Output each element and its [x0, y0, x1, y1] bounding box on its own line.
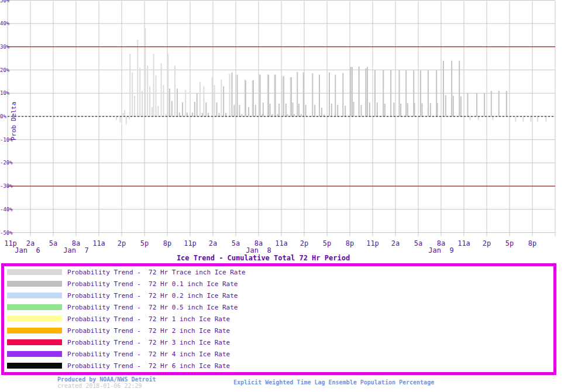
ice-trend-chart: 50%40%30%20%10%0%-10%-20%-30%-40%-50%11p…: [0, 0, 585, 254]
svg-text:Jan 7: Jan 7: [63, 246, 88, 254]
svg-text:11p: 11p: [366, 239, 379, 247]
svg-text:-50%: -50%: [0, 230, 13, 236]
chart-title: Ice Trend - Cumulative Total 72 Hr Perio…: [0, 254, 526, 262]
legend-swatch: [7, 304, 62, 310]
legend-swatch: [7, 339, 62, 345]
svg-text:2a: 2a: [391, 239, 400, 247]
svg-text:11p: 11p: [184, 239, 197, 247]
footer-created-timestamp: created 2018-01-06 22:29: [57, 383, 142, 389]
legend-row: Probability Trend - 72 Hr 0.2 inch Ice R…: [7, 290, 238, 301]
legend-row: Probability Trend - 72 Hr 3 inch Ice Rat…: [7, 336, 230, 348]
svg-text:2a: 2a: [209, 239, 217, 247]
legend-row: Probability Trend - 72 Hr 0.5 inch Ice R…: [7, 301, 238, 313]
legend-label: Probability Trend - 72 Hr 3 inch Ice Rat…: [67, 339, 230, 346]
svg-text:2p: 2p: [118, 239, 126, 247]
legend-label: Probability Trend - 72 Hr 2 inch Ice Rat…: [67, 327, 230, 335]
svg-text:Jan 8: Jan 8: [246, 246, 271, 254]
legend-row: Probability Trend - 72 Hr 4 inch Ice Rat…: [7, 348, 230, 360]
svg-text:5a: 5a: [232, 239, 240, 247]
chart-gridlines: [8, 1, 555, 236]
legend-swatch: [7, 351, 62, 357]
svg-text:8p: 8p: [346, 239, 354, 247]
svg-text:11a: 11a: [92, 239, 105, 247]
svg-text:11a: 11a: [457, 239, 470, 247]
ice-trend-page: 50%40%30%20%10%0%-10%-20%-30%-40%-50%11p…: [0, 0, 585, 392]
svg-text:Jan 6: Jan 6: [15, 246, 40, 254]
svg-text:5a: 5a: [49, 239, 57, 247]
svg-text:5p: 5p: [505, 239, 514, 247]
legend-row: Probability Trend - 72 Hr 1 inch Ice Rat…: [7, 313, 230, 325]
svg-text:5p: 5p: [140, 239, 149, 247]
svg-text:11a: 11a: [275, 239, 288, 247]
footer-caption: Explicit Weighted Time Lag Ensemble Popu…: [233, 379, 434, 386]
legend-swatch: [7, 316, 62, 322]
legend-swatch: [7, 328, 62, 333]
svg-text:-20%: -20%: [0, 160, 13, 166]
legend-label: Probability Trend - 72 Hr Trace inch Ice…: [67, 269, 246, 276]
footer-produced-by: Produced by NOAA/NWS Detroit: [57, 376, 156, 383]
svg-text:40%: 40%: [0, 20, 10, 26]
legend-label: Probability Trend - 72 Hr 0.1 inch Ice R…: [67, 280, 238, 288]
svg-text:8p: 8p: [528, 239, 536, 247]
svg-text:-40%: -40%: [0, 207, 13, 212]
svg-text:8p: 8p: [163, 239, 171, 247]
legend-box: Chicago-OHare .... Trend: Current - 3 6 …: [1, 263, 556, 375]
svg-text:10%: 10%: [0, 90, 10, 96]
svg-text:-30%: -30%: [0, 183, 13, 189]
legend-label: Probability Trend - 72 Hr 4 inch Ice Rat…: [67, 350, 230, 358]
axis-labels: 50%40%30%20%10%0%-10%-20%-30%-40%-50%11p…: [0, 0, 536, 254]
legend-label: Probability Trend - 72 Hr 0.5 inch Ice R…: [67, 304, 238, 311]
svg-text:5a: 5a: [414, 239, 422, 247]
legend-label: Probability Trend - 72 Hr 1 inch Ice Rat…: [67, 315, 230, 323]
svg-text:5p: 5p: [323, 239, 331, 247]
legend-row: Probability Trend - 72 Hr 2 inch Ice Rat…: [7, 325, 230, 336]
svg-text:Jan 9: Jan 9: [428, 246, 453, 254]
svg-text:Prob Delta: Prob Delta: [10, 102, 18, 140]
legend-swatch: [7, 281, 62, 287]
svg-text:0%: 0%: [0, 114, 6, 119]
legend-swatch: [7, 269, 62, 275]
legend-label: Probability Trend - 72 Hr 0.2 inch Ice R…: [67, 292, 238, 300]
svg-text:30%: 30%: [0, 44, 10, 50]
svg-text:50%: 50%: [0, 0, 10, 4]
probability-bars: [116, 28, 547, 125]
legend-row: Probability Trend - 72 Hr 0.1 inch Ice R…: [7, 278, 238, 290]
legend-row: Probability Trend - 72 Hr 6 inch Ice Rat…: [7, 360, 230, 372]
legend-row: Probability Trend - 72 Hr Trace inch Ice…: [7, 266, 246, 278]
svg-text:2p: 2p: [483, 239, 491, 247]
legend-swatch: [7, 363, 62, 369]
legend-swatch: [7, 293, 62, 298]
svg-text:20%: 20%: [0, 67, 10, 73]
legend-label: Probability Trend - 72 Hr 6 inch Ice Rat…: [67, 362, 230, 370]
svg-text:2p: 2p: [300, 239, 308, 247]
